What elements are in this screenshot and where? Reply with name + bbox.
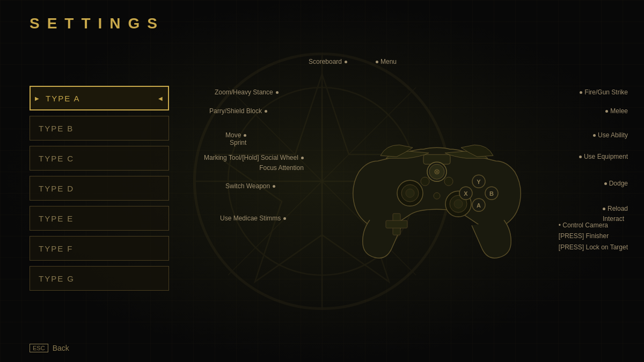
svg-point-23 [421,177,429,186]
type-b-label: TYPE B [39,124,74,133]
type-g-label: TYPE G [39,274,75,283]
control-camera-label: • Control Camera [PRESS] Finisher [PRESS… [559,220,628,253]
type-d-label: TYPE D [39,184,74,193]
type-a-button[interactable]: TYPE A [30,86,169,110]
scoreboard-label: Scoreboard [309,58,347,65]
svg-point-9 [406,189,414,197]
type-g-button[interactable]: TYPE G [30,266,169,291]
type-a-label: TYPE A [46,94,80,103]
bottom-bar: ESC Back [30,344,69,352]
back-label: Back [53,344,69,352]
switch-weapon-label: Switch Weapon [225,182,275,190]
fire-label: Fire/Gun Strike [580,88,628,96]
zoom-label: Zoom/Heavy Stance [215,88,279,96]
use-ability-label: Use Ability [593,131,628,139]
type-b-button[interactable]: TYPE B [30,116,169,141]
svg-text:Y: Y [477,179,481,185]
move-label: Move Sprint [225,131,246,146]
controller-image: ⊗ Y X B [346,118,528,270]
marking-label: Marking Tool/[Hold] Social Wheel Focus A… [204,153,304,173]
type-e-label: TYPE E [39,214,74,223]
controller-diagram: ⊗ Y X B [204,43,633,330]
svg-point-12 [454,200,463,208]
melee-label: Melee [605,107,628,115]
parry-label: Parry/Shield Block [209,107,267,115]
type-f-label: TYPE F [39,244,74,253]
svg-text:X: X [464,190,468,197]
dodge-label: Dodge [604,180,628,187]
page-title: SETTINGS [30,15,165,32]
svg-point-24 [444,177,453,186]
use-equipment-label: Use Equipment [579,153,628,160]
main-content: SETTINGS TYPE A TYPE B TYPE C TYPE D TYP… [0,0,644,362]
type-c-label: TYPE C [39,154,74,163]
type-e-button[interactable]: TYPE E [30,206,169,231]
svg-rect-14 [386,220,407,228]
type-c-button[interactable]: TYPE C [30,146,169,171]
type-f-button[interactable]: TYPE F [30,236,169,261]
menu-label: Menu [376,58,397,65]
svg-text:B: B [489,190,494,197]
svg-point-25 [434,193,440,199]
svg-text:A: A [477,202,481,209]
type-d-button[interactable]: TYPE D [30,176,169,201]
type-list: TYPE A TYPE B TYPE C TYPE D TYPE E TYPE … [30,86,169,291]
esc-key: ESC [30,344,48,352]
medicae-label: Use Medicae Stimms [220,215,286,222]
svg-text:⊗: ⊗ [434,167,440,176]
